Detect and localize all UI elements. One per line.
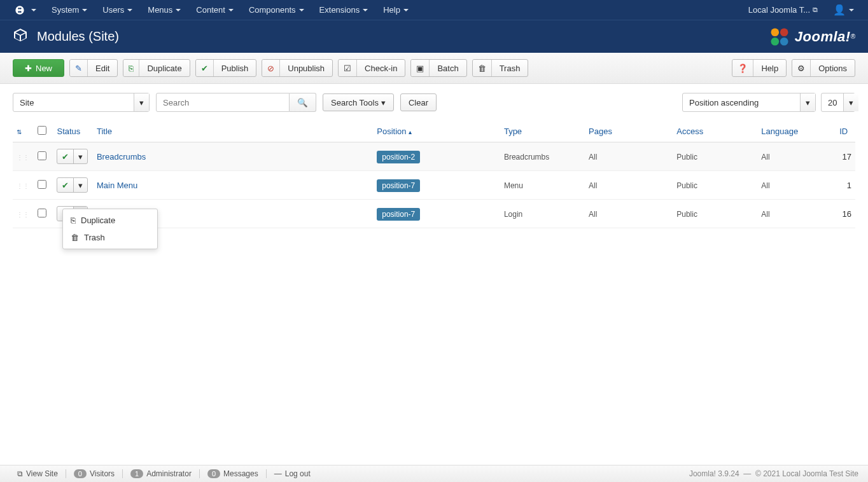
- chevron-down-icon: [363, 9, 368, 11]
- plus-icon: ✚: [25, 64, 32, 73]
- help-icon: ❓: [732, 60, 753, 76]
- clear-button[interactable]: Clear: [400, 93, 437, 111]
- svg-point-0: [771, 28, 779, 36]
- nav-site-link[interactable]: Local Joomla T... ⧉: [741, 0, 825, 20]
- chevron-down-icon: [403, 9, 409, 11]
- chevron-down-icon: ▾: [134, 93, 149, 111]
- drag-handle-icon[interactable]: ⋮⋮: [17, 211, 29, 218]
- pages-text: All: [589, 153, 597, 162]
- nav-components-label: Components: [249, 5, 296, 15]
- col-checkall: [34, 121, 53, 142]
- chevron-down-icon: ▾: [800, 93, 815, 111]
- unpublish-button-label: Unpublish: [280, 64, 332, 73]
- type-text: Menu: [504, 181, 523, 190]
- help-button[interactable]: ❓Help: [732, 59, 787, 77]
- col-id[interactable]: ID: [839, 127, 848, 136]
- drag-handle-icon[interactable]: ⋮⋮: [17, 154, 29, 161]
- nav-help[interactable]: Help: [375, 0, 416, 20]
- nav-content[interactable]: Content: [188, 0, 241, 20]
- joomla-brand-icon[interactable]: [6, 0, 44, 20]
- position-badge: position-2: [377, 151, 420, 163]
- check-icon: ✔: [196, 60, 214, 76]
- publish-button[interactable]: ✔Publish: [195, 59, 257, 77]
- new-button-label: New: [36, 64, 52, 73]
- options-button[interactable]: ⚙Options: [792, 59, 855, 77]
- sort-asc-icon: ▴: [409, 128, 412, 135]
- filter-left: Site ▾ 🔍 Search Tools ▾ Clear: [13, 93, 676, 112]
- nav-components[interactable]: Components: [241, 0, 312, 20]
- help-button-label: Help: [753, 64, 786, 73]
- module-title-link[interactable]: Breadcrumbs: [97, 152, 146, 162]
- status-toggle[interactable]: ✔ ▾: [57, 177, 88, 193]
- checkbox-icon: ☑: [339, 60, 357, 76]
- registered-mark: ®: [851, 33, 855, 40]
- nav-menus-label: Menus: [148, 5, 172, 15]
- status-dropdown: ⎘ Duplicate 🗑 Trash: [62, 209, 158, 228]
- clear-button-label: Clear: [409, 98, 428, 107]
- search-input[interactable]: [156, 93, 290, 112]
- module-title-link[interactable]: Main Menu: [97, 181, 137, 190]
- search-button[interactable]: 🔍: [290, 93, 316, 112]
- chevron-down-icon: [299, 9, 304, 11]
- drag-handle-icon[interactable]: ⋮⋮: [17, 182, 29, 189]
- trash-button-label: Trash: [492, 64, 528, 73]
- batch-icon: ▣: [411, 60, 430, 76]
- client-select[interactable]: Site ▾: [13, 93, 150, 112]
- col-sort[interactable]: ⇅: [13, 121, 34, 142]
- col-title[interactable]: Title: [97, 127, 112, 136]
- edit-button-label: Edit: [88, 64, 117, 73]
- table-row: ⋮⋮ ✔ ▾ Breadcrumbs position-2 Breadcrumb…: [13, 142, 855, 171]
- new-button[interactable]: ✚ New: [13, 59, 64, 77]
- edit-button[interactable]: ✎Edit: [69, 59, 118, 77]
- chevron-down-icon: [849, 9, 854, 11]
- col-type[interactable]: Type: [504, 127, 522, 136]
- checkin-button[interactable]: ☑Check-in: [338, 59, 405, 77]
- col-pages[interactable]: Pages: [589, 127, 612, 136]
- col-access[interactable]: Access: [676, 127, 703, 136]
- toolbar-right: ❓Help ⚙Options: [732, 59, 855, 77]
- chevron-down-icon: [82, 9, 87, 11]
- nav-users[interactable]: Users: [95, 0, 140, 20]
- select-all-checkbox[interactable]: [38, 126, 46, 135]
- options-button-label: Options: [811, 64, 855, 73]
- language-text: All: [761, 210, 769, 219]
- nav-system[interactable]: System: [44, 0, 95, 20]
- limit-select-value: 20: [822, 93, 843, 111]
- row-checkbox[interactable]: [38, 180, 46, 189]
- row-checkbox[interactable]: [38, 151, 46, 160]
- trash-icon: 🗑: [473, 60, 492, 76]
- chevron-down-icon: [31, 9, 36, 11]
- nav-extensions[interactable]: Extensions: [312, 0, 376, 20]
- status-toggle[interactable]: ✔ ▾: [57, 149, 88, 164]
- nav-user-menu[interactable]: 👤: [825, 0, 862, 20]
- nav-menus[interactable]: Menus: [140, 0, 188, 20]
- nav-extensions-label: Extensions: [319, 5, 360, 15]
- search-tools-label: Search Tools: [331, 98, 379, 107]
- nav-content-label: Content: [196, 5, 225, 15]
- filter-bar: Site ▾ 🔍 Search Tools ▾ Clear Position a…: [0, 84, 868, 121]
- chevron-down-icon: [127, 9, 132, 11]
- joomla-logo-icon: [768, 25, 791, 48]
- batch-button-label: Batch: [430, 64, 466, 73]
- access-text: Public: [676, 181, 697, 190]
- col-position[interactable]: Position ▴: [377, 127, 412, 136]
- batch-button[interactable]: ▣Batch: [410, 59, 466, 77]
- trash-button[interactable]: 🗑Trash: [472, 59, 529, 77]
- chevron-down-icon: ▾: [74, 149, 87, 163]
- duplicate-button[interactable]: ⎘Duplicate: [123, 59, 190, 77]
- action-toolbar: ✚ New ✎Edit ⎘Duplicate ✔Publish ⊘Unpubli…: [0, 53, 868, 84]
- joomla-logo: Joomla!®: [768, 25, 855, 48]
- col-language[interactable]: Language: [761, 127, 798, 136]
- copy-icon: ⎘: [71, 216, 76, 225]
- unpublish-button[interactable]: ⊘Unpublish: [262, 59, 333, 77]
- search-tools-button[interactable]: Search Tools ▾: [323, 93, 394, 111]
- row-checkbox[interactable]: [38, 209, 46, 217]
- nav-users-label: Users: [102, 5, 124, 15]
- site-name-label: Local Joomla T...: [748, 5, 810, 15]
- limit-select[interactable]: 20 ▾: [821, 93, 855, 112]
- sort-select[interactable]: Position ascending ▾: [682, 93, 816, 112]
- copy-icon: ⎘: [123, 60, 139, 76]
- dropdown-duplicate[interactable]: ⎘ Duplicate: [63, 212, 157, 228]
- sort-icon: ⇅: [17, 128, 22, 135]
- col-status[interactable]: Status: [57, 127, 80, 136]
